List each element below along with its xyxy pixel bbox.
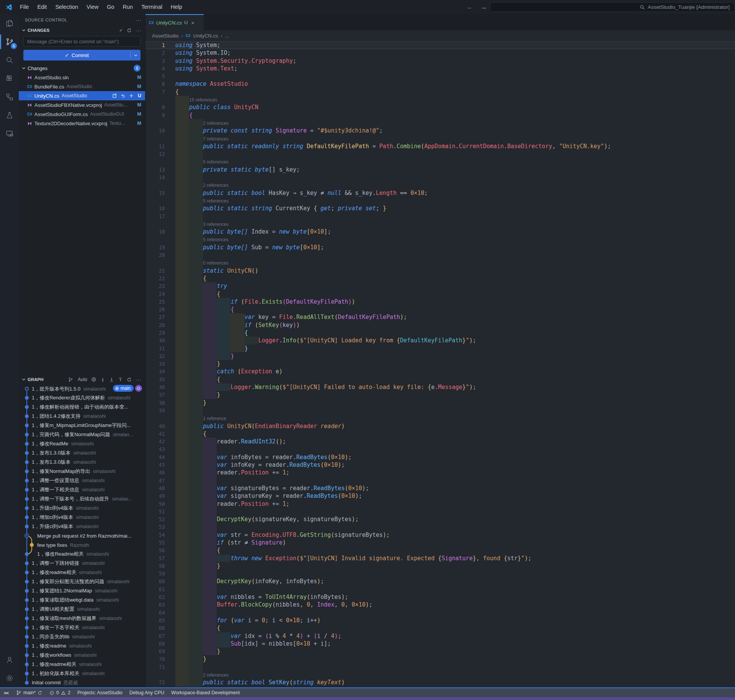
code-line[interactable]: 38 }: [145, 399, 735, 407]
code-line[interactable]: 66 {: [145, 624, 735, 632]
commit-row[interactable]: 1，团结1.4.2修改支持simalaoshi: [19, 412, 145, 421]
codelens-references[interactable]: 7 references: [203, 136, 229, 142]
graph-more-actions-icon[interactable]: ···: [136, 377, 142, 383]
code-line[interactable]: 37 }: [145, 391, 735, 399]
code-line[interactable]: 33 }: [145, 360, 735, 368]
code-line[interactable]: 46 reader.Position += 1;: [145, 469, 735, 476]
file-row-bundlefile.cs[interactable]: C#BundleFile.csAssetStudioM: [19, 82, 145, 91]
file-row-assetstudioguiform.cs[interactable]: C#AssetStudioGUIForm.csAssetStudioGUIM: [19, 110, 145, 119]
breadcrumb-symbol[interactable]: ...: [225, 33, 229, 39]
breadcrumb-project[interactable]: AssetStudio: [152, 33, 178, 39]
commit-row[interactable]: 1，提升版本号到1.5.0simalaoshimain: [19, 384, 145, 393]
code-line[interactable]: 54 var str = Encoding.UTF8.GetString(sig…: [145, 531, 735, 539]
code-line[interactable]: 60 DecryptKey(infoKey, infoBytes);: [145, 577, 735, 585]
codelens-row[interactable]: 1 reference: [145, 414, 735, 422]
fetch-icon[interactable]: [100, 377, 105, 382]
debug-target-status-item[interactable]: Debug Any CPU: [126, 688, 168, 697]
code-line[interactable]: 35 {: [145, 376, 735, 383]
code-line[interactable]: 55 if (str ≠ Signature): [145, 539, 735, 546]
code-line[interactable]: 27 var key = File.ReadAllText(DefaultKey…: [145, 313, 735, 321]
back-arrow-icon[interactable]: ←: [466, 3, 473, 11]
codelens-row[interactable]: 2 references: [145, 671, 735, 679]
menu-item-help[interactable]: Help: [167, 0, 186, 14]
tab-unitycn[interactable]: C# UnityCN.cs U ×: [145, 14, 204, 30]
problems-status-item[interactable]: 0 2: [46, 688, 74, 697]
remote-indicator-icon[interactable]: ><: [0, 688, 13, 697]
code-line[interactable]: 52 DecryptKey(signatureKey, signatureByt…: [145, 515, 735, 523]
code-line[interactable]: 39: [145, 407, 735, 414]
commit-row[interactable]: 1，修改workflowssimalaoshi: [19, 651, 145, 660]
codelens-references[interactable]: 5 references: [203, 159, 229, 165]
graph-section-header[interactable]: GRAPH Auto: [19, 375, 145, 384]
command-center-search[interactable]: AssetStudio_Tuanjie [Administrator]: [490, 2, 735, 12]
commit-row[interactable]: 1，升级ci到v4版本simalaoshi: [19, 504, 145, 513]
commit-row[interactable]: 1，修复m_MipmapLimitGroupName字段问...: [19, 421, 145, 430]
commit-row[interactable]: 1，修复读取团结webgl.datasimalaoshi: [19, 595, 145, 605]
commit-dropdown-button[interactable]: [131, 50, 140, 61]
code-line[interactable]: 6namespace AssetStudio: [145, 80, 735, 88]
code-line[interactable]: 57 throw new Exception($"[UnityCN] Inval…: [145, 554, 735, 562]
commit-row[interactable]: 1，发布1.3.0版本simalaoshi: [19, 458, 145, 467]
code-line[interactable]: 23 try: [145, 282, 735, 290]
code-line[interactable]: 44 var infoBytes = reader.ReadBytes(0×10…: [145, 453, 735, 461]
code-line[interactable]: 72 public static bool SetKey(string keyT…: [145, 679, 735, 686]
codelens-references[interactable]: 5 references: [203, 237, 229, 242]
cloud-badge-icon[interactable]: [135, 385, 142, 392]
menu-item-selection[interactable]: Selection: [51, 0, 82, 14]
file-row-assetstudiofbxnative.vcxproj[interactable]: AssetStudioFBXNative.vcxprojAssetStu...M: [19, 100, 145, 110]
commit-button[interactable]: ✓ Commit: [23, 50, 140, 61]
commit-row[interactable]: 1，修改Readme相关simalaoshi: [19, 550, 145, 559]
explorer-icon[interactable]: [0, 14, 19, 33]
code-line[interactable]: 65 for (var i = 0; i < 0×10; i++): [145, 617, 735, 624]
changes-tree-header[interactable]: Changes 6: [19, 64, 145, 73]
code-line[interactable]: 47: [145, 477, 735, 484]
commit-row[interactable]: 1，修改一下名字相关simalaoshi: [19, 623, 145, 632]
code-line[interactable]: 45 var infoKey = reader.ReadBytes(0×10);: [145, 461, 735, 469]
commit-row[interactable]: 1，修改readme相关simalaoshi: [19, 568, 145, 577]
menu-item-file[interactable]: File: [16, 0, 33, 14]
code-line[interactable]: 5: [145, 72, 735, 80]
code-line[interactable]: 68 Sub[idx] = nibbles[0×10 + i];: [145, 640, 735, 648]
code-line[interactable]: 40 public UnityCN(EndianBinaryReader rea…: [145, 422, 735, 430]
commit-row[interactable]: 1，同步丢失的libsimalaoshi: [19, 632, 145, 641]
code-line[interactable]: 51: [145, 508, 735, 515]
commit-row[interactable]: 1，调整一些设置信息simalaoshi: [19, 476, 145, 485]
test-beaker-icon[interactable]: [0, 106, 19, 124]
commit-row[interactable]: 1，修改Renderer虚拟几何体解析simalaoshi: [19, 393, 145, 402]
codelens-references[interactable]: 2 references: [203, 183, 229, 188]
code-line[interactable]: 21 static UnityCN(): [145, 267, 735, 275]
codelens-row[interactable]: 5 references: [145, 197, 735, 204]
sidebar-more-actions-icon[interactable]: ···: [136, 17, 142, 23]
code-line[interactable]: 30 Logger.Info($"[UnityCN] Loaded key fr…: [145, 337, 735, 344]
branch-main-badge[interactable]: main: [113, 385, 134, 392]
target-icon[interactable]: [91, 377, 96, 382]
push-icon[interactable]: [118, 377, 123, 382]
code-line[interactable]: 31 }: [145, 345, 735, 352]
refresh-icon[interactable]: [127, 28, 132, 33]
code-line[interactable]: 69 }: [145, 648, 735, 655]
code-line[interactable]: 63 Buffer.BlockCopy(nibbles, 0, Index, 0…: [145, 601, 735, 608]
commit-row[interactable]: 1，调整UI相关配置simalaoshi: [19, 605, 145, 614]
commit-row[interactable]: few type fixesRazmoth: [19, 540, 145, 550]
changes-section-header[interactable]: CHANGES ✓ ···: [19, 26, 145, 35]
codelens-references[interactable]: 2 references: [203, 121, 229, 126]
commit-row[interactable]: 1，升级ci到v4版本simalaoshi: [19, 522, 145, 531]
references-hierarchy-icon[interactable]: [0, 88, 19, 106]
commit-row[interactable]: 1，增加ci到v4版本simalaoshi: [19, 513, 145, 522]
code-line[interactable]: 64: [145, 609, 735, 617]
commit-row[interactable]: 1，修复团结1.2NormalMapsimalaoshi: [19, 586, 145, 595]
code-line[interactable]: 2using System.IO;: [145, 49, 735, 57]
codelens-references[interactable]: 2 references: [203, 672, 229, 678]
commit-row[interactable]: 1，修改ReadMesimalaoshi: [19, 439, 145, 448]
code-line[interactable]: 24 {: [145, 290, 735, 298]
code-line[interactable]: 70 }: [145, 655, 735, 663]
code-line[interactable]: 1using System;: [145, 41, 735, 49]
code-line[interactable]: 34 catch (Exception e): [145, 368, 735, 375]
code-line[interactable]: 32 }: [145, 352, 735, 360]
codelens-references[interactable]: 0 references: [203, 260, 229, 266]
code-line[interactable]: 67 var idx = (i % 4 * 4) + (i / 4);: [145, 632, 735, 640]
code-line[interactable]: 13 private static byte[] s_key;: [145, 166, 735, 173]
code-line[interactable]: 18 public byte[] Index = new byte[0×10];: [145, 228, 735, 236]
file-row-texture2ddecodernative.vcxproj[interactable]: Texture2DDecoderNative.vcxprojTextu...M: [19, 119, 145, 128]
branch-status-item[interactable]: main*: [13, 688, 46, 697]
